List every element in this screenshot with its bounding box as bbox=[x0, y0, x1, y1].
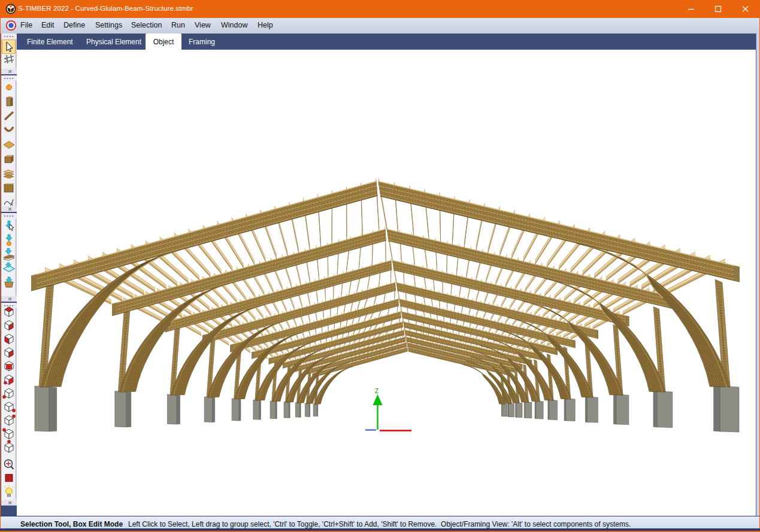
svg-text:Z: Z bbox=[375, 388, 379, 394]
